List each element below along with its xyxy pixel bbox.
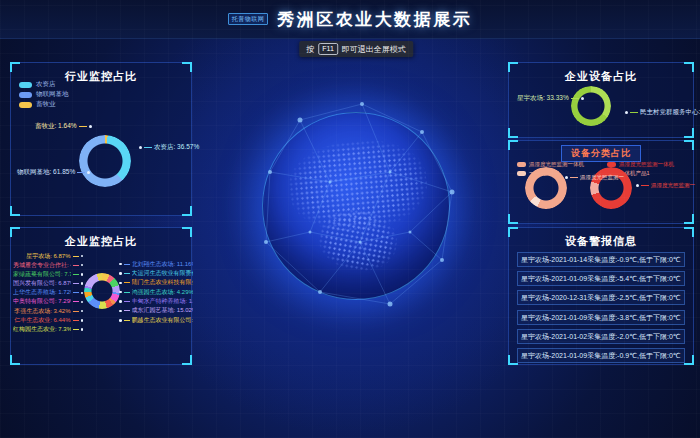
label-text: 物联网基地: 61.85%	[17, 168, 75, 177]
legend-item[interactable]: 农资店	[19, 81, 69, 88]
pointer-line	[73, 301, 79, 302]
corner-accent	[684, 214, 694, 224]
chart-label-minzhu: 民主村党群服务中心:	[625, 108, 700, 117]
chart-label: 李强生态农场: 3.42%	[13, 308, 83, 314]
corner-accent	[508, 214, 518, 224]
equipment-donut-chart[interactable]	[571, 86, 611, 126]
legend-swatch	[517, 162, 526, 167]
enterprise-donut-chart[interactable]	[84, 273, 120, 309]
pointer-line	[73, 292, 79, 293]
chart-label: 红梅园生态农业: 7.3%	[13, 327, 83, 333]
pointer-dot	[81, 319, 84, 322]
dashboard: 托普物联网 秀洲区农业大数据展示 按 F11 即可退出全屏模式 行业监控占比 农…	[0, 0, 700, 438]
corner-accent	[684, 355, 694, 365]
legend-label: 温湿度光照监测一体机	[529, 161, 584, 168]
corner-accent	[182, 206, 192, 216]
corner-accent	[684, 140, 694, 150]
legend-label: 农资店	[36, 80, 56, 89]
device-class-pointer-left: 温湿度光照监测一	[565, 174, 624, 181]
pointer-line	[73, 329, 79, 330]
header-bar: 托普物联网 秀洲区农业大数据展示	[0, 0, 700, 39]
label-text: 中奥特有限公司: 7.29%	[13, 297, 71, 306]
label-text: 成东汇园艺基地: 15.02%	[132, 306, 194, 315]
globe	[262, 112, 450, 300]
pointer-line	[571, 98, 579, 99]
panel-industry-ratio: 行业监控占比 农资店 物联网基地 畜牧业 畜牧业: 1.64% 农资店: 36.…	[10, 62, 192, 216]
label-text: 上华生态养殖场: 1.72%	[13, 288, 71, 297]
pointer-dot	[119, 310, 122, 313]
tooltip-suffix: 即可退出全屏模式	[342, 44, 406, 55]
chart-label: 丰甸水产特种养殖场: 1.	[119, 299, 193, 305]
pointer-line	[77, 172, 85, 173]
pointer-line	[124, 264, 130, 265]
label-text: 鸿强园生态农场: 4.29%	[132, 288, 194, 297]
pointer-line	[73, 256, 79, 257]
label-text: 星宇农场: 6.87%	[26, 252, 70, 261]
pointer-line	[144, 147, 152, 148]
pointer-line	[73, 265, 79, 266]
chart-label: 秀城雁舍专业合作社: 4.72%	[13, 262, 83, 268]
chart-label-store: 农资店: 36.57%	[139, 143, 199, 152]
label-text: 温湿度光照监测一	[651, 182, 695, 189]
pointer-line	[73, 283, 79, 284]
legend-swatch	[19, 102, 32, 108]
panel-title: 企业设备占比	[509, 69, 693, 84]
chart-label-livestock: 畜牧业: 1.64%	[35, 122, 92, 131]
pointer-dot	[119, 272, 122, 275]
label-text: 鹏越生态农业有限公司: 6.87%	[132, 316, 194, 325]
label-text: 星宇农场: 33.33%	[517, 94, 569, 103]
pointer-dot	[81, 328, 84, 331]
legend-swatch	[607, 162, 616, 167]
alarm-row: 星宇农场-2021-01-09采集温度:-0.9℃,低于下限:0℃	[517, 348, 685, 363]
alarm-row: 星宇农场-2021-01-09采集温度:-3.8℃,低于下限:0℃	[517, 310, 685, 325]
device-class-pointer-right: 温湿度光照监测一	[636, 182, 695, 189]
legend-item[interactable]: 温湿度光照监测一体机	[607, 161, 674, 167]
chart-label: 鹏越生态农业有限公司: 6.87%	[119, 317, 193, 323]
pointer-dot	[119, 282, 122, 285]
chart-label-iot: 物联网基地: 61.85%	[17, 168, 90, 177]
pointer-dot	[81, 310, 84, 313]
pointer-dot	[119, 300, 122, 303]
label-text: 农资店: 36.57%	[154, 143, 199, 152]
corner-accent	[508, 128, 518, 138]
chart-label: 成东汇园艺基地: 15.02%	[119, 308, 193, 314]
chart-label: 鸿强园生态农场: 4.29%	[119, 289, 193, 295]
legend-item[interactable]: 畜牧业	[19, 101, 69, 108]
pointer-dot	[81, 282, 84, 285]
pointer-dot	[119, 263, 122, 266]
alarm-row: 星宇农场-2020-12-31采集温度:-2.5℃,低于下限:0℃	[517, 290, 685, 305]
legend-swatch	[19, 82, 32, 88]
pointer-line	[124, 320, 130, 321]
chart-label: 中奥特有限公司: 7.29%	[13, 299, 83, 305]
label-text: 红梅园生态农业: 7.3%	[13, 325, 71, 334]
chart-label: 星宇农场: 6.87%	[13, 253, 83, 259]
label-text: 温湿度光照监测一	[580, 174, 624, 181]
panel-device-class-ratio: 设备分类占比 温湿度光照监测一体机 一体机产品1 温湿度光照监测一体机 一体机产…	[508, 140, 694, 224]
corner-accent	[508, 140, 518, 150]
pointer-dot	[81, 292, 84, 295]
tooltip-prefix: 按	[306, 44, 314, 55]
corner-accent	[684, 128, 694, 138]
pointer-line	[124, 282, 130, 283]
industry-donut-chart[interactable]	[79, 135, 131, 187]
pointer-line	[641, 185, 649, 186]
chart-label: 上华生态养殖场: 1.72%	[13, 290, 83, 296]
legend-swatch	[19, 92, 32, 98]
legend-item[interactable]: 物联网基地	[19, 91, 69, 98]
label-text: 畜牧业: 1.64%	[35, 122, 77, 131]
pointer-line	[630, 112, 638, 113]
pointer-line	[570, 177, 578, 178]
panel-title: 企业监控占比	[11, 234, 191, 249]
pointer-dot	[625, 111, 628, 114]
legend-item[interactable]: 温湿度光照监测一体机	[517, 161, 584, 167]
pointer-dot	[81, 264, 84, 267]
pointer-line	[124, 301, 130, 302]
chart-label: 北刘翔生态农场: 11.16%	[119, 261, 193, 267]
pointer-dot	[636, 184, 639, 187]
pointer-line	[79, 126, 87, 127]
device-class-donut-left[interactable]	[525, 167, 567, 209]
label-text: 家绿蔬菜有限公司: 7.72%	[13, 270, 71, 279]
legend-swatch	[517, 171, 526, 176]
enterprise-labels-right: 北刘翔生态农场: 11.16% 大运河生态牧业有限责任公 陆门生态农业科技有限公…	[119, 261, 193, 323]
alarm-list: 星宇农场-2021-01-14采集温度:-0.9℃,低于下限:0℃星宇农场-20…	[517, 252, 685, 363]
